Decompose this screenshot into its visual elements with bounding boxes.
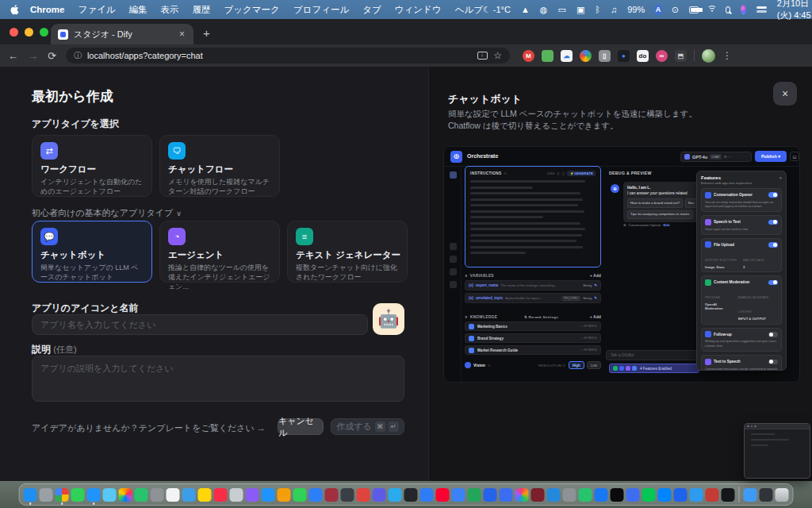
dock-icon-chrome[interactable] <box>56 488 69 502</box>
dock-icon-messenger[interactable] <box>658 488 672 502</box>
dock-icon-photo-booth[interactable] <box>151 488 164 502</box>
menu-profiles[interactable]: プロフィール <box>293 4 349 16</box>
app-description-input[interactable] <box>32 356 404 402</box>
menu-tab[interactable]: タブ <box>362 4 381 16</box>
cloud-extension-icon[interactable]: ☁ <box>561 50 573 62</box>
new-tab-button[interactable]: + <box>203 26 210 40</box>
trash-extension-icon[interactable]: ▯ <box>599 50 611 62</box>
dock-icon-youtube[interactable] <box>436 488 450 502</box>
dock-icon-clip-red[interactable] <box>706 488 719 502</box>
dock-icon-red-app[interactable] <box>357 488 370 502</box>
browser-menu-icon[interactable]: ⋮ <box>722 50 732 61</box>
dock-icon-browser-blue[interactable] <box>103 488 117 502</box>
window-zoom-button[interactable] <box>40 28 48 37</box>
dock-icon-mail-gray[interactable] <box>563 488 576 502</box>
window-close-button[interactable] <box>10 28 18 37</box>
update-status-icon[interactable]: ⊙ <box>672 6 679 14</box>
spotlight-icon[interactable] <box>726 6 730 13</box>
apple-menu-icon[interactable] <box>10 4 19 15</box>
address-bar[interactable]: ⓘ localhost/apps?category=chat ☆ <box>66 48 510 64</box>
dark-extension-icon[interactable]: ● <box>618 50 630 62</box>
app-type-card-chatflow[interactable]: 🗨 チャットフロー メモリを使用した複雑なマルチターン対話のワークフロー <box>159 135 280 197</box>
dock-icon-app-store[interactable] <box>262 488 275 502</box>
browser-tab[interactable]: スタジオ - Dify × <box>51 24 193 44</box>
tab-close-icon[interactable]: × <box>178 29 186 40</box>
menu-history[interactable]: 履歴 <box>193 4 211 16</box>
menu-view[interactable]: 表示 <box>161 4 179 16</box>
battery-icon[interactable] <box>689 6 699 13</box>
dock-icon-downloads-folder[interactable] <box>744 488 757 502</box>
menu-file[interactable]: ファイル <box>78 4 115 16</box>
forward-button[interactable]: → <box>28 50 38 62</box>
dock-icon-pages[interactable] <box>690 488 703 502</box>
app-name-input[interactable] <box>32 314 368 335</box>
sync-status-icon[interactable]: ◍ <box>540 6 548 14</box>
dock-icon-sketch[interactable] <box>230 488 243 502</box>
globe-extension-icon[interactable] <box>580 50 592 62</box>
dock-icon-appletv[interactable] <box>404 488 418 502</box>
window-minimize-button[interactable] <box>25 28 33 37</box>
do-extension-icon[interactable]: do <box>637 50 649 62</box>
dock-icon-launchpad[interactable] <box>40 488 53 502</box>
profile-avatar[interactable] <box>702 49 715 63</box>
save-page-icon[interactable] <box>477 52 488 60</box>
back-button[interactable]: ← <box>8 50 18 62</box>
sound-muted-icon[interactable]: ♫ <box>611 6 617 14</box>
menu-clock[interactable]: 2月10日(火) 4:45 <box>777 0 812 21</box>
dock-icon-home-blue[interactable] <box>626 488 640 502</box>
dock-icon-dev-green[interactable] <box>468 488 481 502</box>
weather-status[interactable]: ☾-1°C <box>483 5 511 14</box>
app-type-card-text-generator[interactable]: ≡ テキスト ジェネレーター 複数ターンチャット向けに強化されたワークフロー <box>287 221 408 283</box>
dock-icon-line[interactable] <box>642 488 656 502</box>
wifi-icon[interactable] <box>709 6 715 13</box>
create-button[interactable]: 作成する ⌘ ↵ <box>331 418 404 435</box>
dock-icon-podcasts[interactable] <box>246 488 259 502</box>
dock-icon-android-green[interactable] <box>579 488 592 502</box>
dock-icon-music[interactable] <box>214 488 228 502</box>
dock-icon-docker[interactable] <box>674 488 688 502</box>
extensions-puzzle-icon[interactable]: ⬒ <box>675 50 687 62</box>
dock-icon-keynote[interactable] <box>309 488 323 502</box>
dock-icon-messages[interactable] <box>71 488 85 502</box>
dock-icon-cloud-app[interactable] <box>452 488 465 502</box>
dock-icon-speaker-app[interactable] <box>500 488 513 502</box>
close-panel-button[interactable]: × <box>773 82 797 106</box>
reload-button[interactable]: ⟳ <box>48 50 56 62</box>
dock-icon-pinwheel[interactable] <box>515 488 529 502</box>
bluetooth-icon[interactable]: ᛒ <box>595 6 600 14</box>
app-type-card-agent[interactable]: ◔ エージェント 推論と自律的なツールの使用を備えたインテリジェントエージェン.… <box>159 221 280 283</box>
menu-bookmarks[interactable]: ブックマーク <box>224 4 280 16</box>
dock-icon-shortcuts[interactable] <box>373 488 386 502</box>
dock-icon-finder[interactable] <box>24 488 37 502</box>
siri-icon[interactable] <box>741 5 746 14</box>
minimized-window-preview[interactable] <box>744 423 810 479</box>
bookmark-star-icon[interactable]: ☆ <box>493 50 502 61</box>
dock-icon-telegram[interactable] <box>389 488 402 502</box>
menu-chrome[interactable]: Chrome <box>30 5 64 14</box>
beginner-types-toggle[interactable]: 初心者向けの基本的なアプリタイプ∨ <box>32 207 182 219</box>
dock-icon-photos[interactable] <box>119 488 132 502</box>
dock-icon-settings[interactable] <box>341 488 354 502</box>
dock-icon-vscode[interactable] <box>547 488 561 502</box>
dock-icon-notes[interactable] <box>198 488 212 502</box>
link-extension-icon[interactable]: ∞ <box>656 50 668 62</box>
dock-icon-pencil-app[interactable] <box>278 488 291 502</box>
dock-icon-facebook[interactable] <box>595 488 608 502</box>
dock-icon-numbers[interactable] <box>293 488 307 502</box>
mountain-app-icon[interactable]: ▲ <box>521 6 530 14</box>
menu-window[interactable]: ウィンドウ <box>395 4 442 16</box>
template-hint-link[interactable]: アイデアがありませんか？テンプレートをご覧ください → <box>32 422 266 434</box>
menu-edit[interactable]: 編集 <box>129 4 147 16</box>
dock-icon-f-app[interactable] <box>722 488 735 502</box>
cancel-button[interactable]: キャンセル <box>278 418 324 435</box>
app-icon-picker[interactable]: 🤖 <box>373 303 404 335</box>
app-type-card-workflow[interactable]: ⇄ ワークフロー インテリジェントな自動化のためのエージェントフロー <box>32 135 152 197</box>
dock-icon-c-app[interactable] <box>484 488 497 502</box>
mail-extension-icon[interactable]: M <box>523 50 534 62</box>
app-type-card-chatbot[interactable]: 💬 チャットボット 簡単なセットアップの LLM ベースのチャットボット <box>32 221 152 283</box>
package-app-icon[interactable]: ▣ <box>576 6 584 14</box>
green-extension-icon[interactable] <box>542 50 553 62</box>
dock-icon-minimized-window[interactable] <box>760 488 773 502</box>
display-icon[interactable]: ▭ <box>557 6 565 14</box>
input-source-icon[interactable]: A <box>655 5 661 15</box>
